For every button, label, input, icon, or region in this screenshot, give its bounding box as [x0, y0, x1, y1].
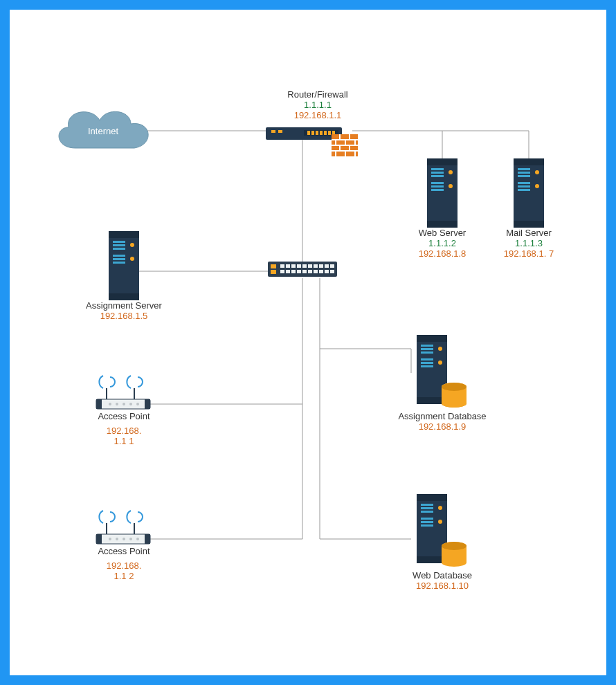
router-title: Router/Firewall: [259, 89, 377, 100]
svg-point-129: [116, 403, 118, 405]
svg-rect-58: [319, 270, 323, 273]
network-switch: [268, 259, 337, 282]
svg-rect-42: [286, 264, 290, 268]
svg-rect-102: [421, 365, 433, 367]
svg-rect-127: [145, 399, 150, 409]
access-point-icon: [93, 508, 155, 546]
assignment-database: Assignment Database 192.168.1.9: [394, 335, 491, 432]
switch-icon: [268, 259, 337, 280]
router-lan-ip: 192.168.1.1: [259, 110, 377, 120]
svg-rect-15: [278, 130, 282, 133]
svg-rect-78: [518, 182, 530, 184]
assignment-server-lan-ip: 192.168.1.5: [82, 311, 165, 321]
svg-rect-43: [291, 264, 296, 268]
svg-rect-99: [421, 351, 433, 354]
web-server-lan-ip: 192.168.1.8: [408, 248, 477, 259]
svg-rect-19: [316, 131, 318, 135]
web-server-title: Web Server: [408, 228, 477, 238]
svg-point-138: [109, 538, 111, 540]
svg-rect-38: [268, 262, 337, 277]
svg-point-141: [129, 538, 132, 540]
svg-rect-14: [271, 130, 275, 133]
router-public-ip: 1.1.1.1: [259, 100, 377, 110]
svg-rect-126: [96, 399, 102, 409]
svg-point-128: [109, 403, 111, 405]
svg-point-132: [136, 403, 139, 405]
ap2-ip-line2: 1.1 2: [86, 571, 162, 581]
svg-rect-62: [427, 158, 458, 165]
svg-rect-60: [330, 270, 334, 273]
svg-point-140: [123, 538, 125, 540]
svg-rect-57: [314, 270, 318, 273]
svg-rect-137: [145, 534, 150, 544]
svg-rect-51: [280, 270, 284, 273]
svg-rect-117: [421, 521, 433, 523]
svg-rect-98: [421, 348, 433, 350]
svg-rect-67: [431, 182, 444, 184]
svg-rect-45: [302, 264, 307, 268]
svg-rect-85: [109, 293, 139, 300]
svg-rect-136: [96, 534, 102, 544]
svg-rect-59: [325, 270, 329, 273]
svg-rect-115: [421, 511, 433, 513]
svg-rect-89: [113, 255, 125, 257]
assignment-server: Assignment Server 192.168.1.5: [82, 231, 165, 321]
svg-rect-50: [330, 264, 334, 268]
mail-server-public-ip: 1.1.1.3: [494, 238, 563, 248]
access-point-2: Access Point 192.168. 1.1 2: [86, 508, 162, 581]
svg-rect-39: [271, 264, 276, 268]
mail-server-title: Mail Server: [494, 228, 563, 238]
svg-rect-41: [280, 264, 284, 268]
svg-rect-101: [421, 362, 433, 364]
svg-point-130: [123, 403, 125, 405]
svg-point-122: [442, 542, 466, 550]
svg-rect-86: [113, 241, 125, 243]
svg-rect-118: [421, 524, 433, 527]
svg-rect-44: [297, 264, 301, 268]
svg-rect-21: [324, 131, 327, 135]
assignment-db-lan-ip: 192.168.1.9: [394, 421, 491, 432]
svg-rect-114: [421, 507, 433, 509]
svg-rect-65: [431, 172, 444, 174]
svg-rect-18: [311, 131, 314, 135]
svg-point-92: [130, 243, 134, 247]
svg-point-93: [130, 257, 134, 261]
svg-rect-56: [308, 270, 312, 273]
svg-rect-48: [319, 264, 323, 268]
svg-rect-80: [518, 189, 530, 191]
svg-rect-116: [421, 518, 433, 520]
svg-rect-52: [286, 270, 290, 273]
svg-rect-64: [431, 168, 444, 170]
assignment-db-title: Assignment Database: [394, 411, 491, 421]
svg-rect-63: [427, 221, 458, 228]
ap1-ip-line1: 192.168.: [86, 426, 162, 436]
svg-rect-40: [271, 270, 276, 274]
svg-rect-46: [308, 264, 312, 268]
access-point-1: Access Point 192.168. 1.1 1: [86, 373, 162, 446]
svg-point-120: [438, 520, 442, 524]
svg-rect-97: [421, 345, 433, 347]
web-database: Web Database 192.168.1.10: [394, 494, 491, 591]
svg-point-109: [442, 383, 466, 391]
svg-rect-53: [291, 270, 296, 273]
svg-rect-113: [421, 504, 433, 506]
mail-server: Mail Server 1.1.1.3 192.168.1. 7: [494, 158, 563, 259]
svg-point-131: [129, 403, 132, 405]
db-server-icon: [411, 494, 473, 570]
svg-point-81: [535, 170, 539, 174]
svg-rect-77: [518, 175, 530, 177]
web-db-lan-ip: 192.168.1.10: [394, 581, 491, 591]
svg-rect-87: [113, 244, 125, 246]
access-point-icon: [93, 373, 155, 411]
svg-point-71: [449, 184, 453, 188]
svg-rect-68: [431, 185, 444, 188]
ap1-ip-line2: 1.1 1: [86, 436, 162, 446]
svg-rect-90: [113, 258, 125, 260]
svg-rect-84: [109, 231, 139, 238]
svg-rect-47: [314, 264, 318, 268]
internet-cloud: Internet: [48, 100, 158, 164]
svg-point-103: [438, 347, 442, 351]
svg-rect-91: [113, 262, 125, 264]
svg-rect-49: [325, 264, 329, 268]
svg-point-142: [136, 538, 139, 540]
